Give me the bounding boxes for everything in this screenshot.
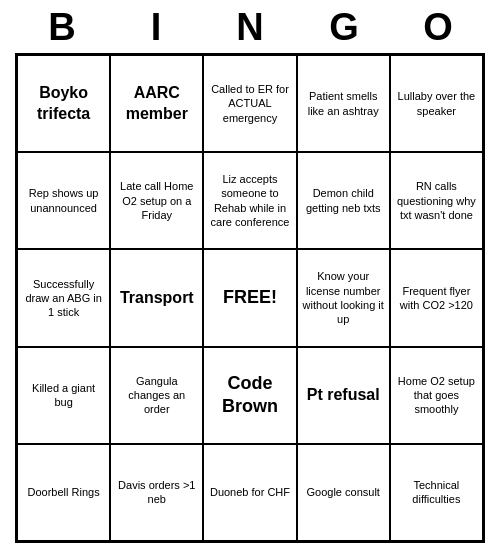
- cell-2-3: Know your license number without looking…: [297, 249, 390, 346]
- cell-1-0: Rep shows up unannounced: [17, 152, 110, 249]
- cell-0-3: Patient smells like an ashtray: [297, 55, 390, 152]
- cell-3-0: Killed a giant bug: [17, 347, 110, 444]
- cell-4-3: Google consult: [297, 444, 390, 541]
- title-letter: B: [24, 6, 100, 49]
- cell-2-0: Successfully draw an ABG in 1 stick: [17, 249, 110, 346]
- cell-0-0: Boyko trifecta: [17, 55, 110, 152]
- cell-3-4: Home O2 setup that goes smoothly: [390, 347, 483, 444]
- bingo-title: BINGO: [15, 0, 485, 53]
- cell-0-2: Called to ER for ACTUAL emergency: [203, 55, 296, 152]
- cell-2-2: FREE!: [203, 249, 296, 346]
- title-letter: N: [212, 6, 288, 49]
- title-letter: O: [400, 6, 476, 49]
- title-letter: I: [118, 6, 194, 49]
- cell-3-2: Code Brown: [203, 347, 296, 444]
- cell-3-1: Gangula changes an order: [110, 347, 203, 444]
- cell-3-3: Pt refusal: [297, 347, 390, 444]
- cell-1-1: Late call Home O2 setup on a Friday: [110, 152, 203, 249]
- cell-4-2: Duoneb for CHF: [203, 444, 296, 541]
- title-letter: G: [306, 6, 382, 49]
- cell-4-1: Davis orders >1 neb: [110, 444, 203, 541]
- cell-0-4: Lullaby over the speaker: [390, 55, 483, 152]
- cell-1-3: Demon child getting neb txts: [297, 152, 390, 249]
- bingo-grid: Boyko trifectaAARC memberCalled to ER fo…: [15, 53, 485, 543]
- cell-0-1: AARC member: [110, 55, 203, 152]
- cell-2-1: Transport: [110, 249, 203, 346]
- cell-1-4: RN calls questioning why txt wasn't done: [390, 152, 483, 249]
- cell-4-4: Technical difficulties: [390, 444, 483, 541]
- cell-2-4: Frequent flyer with CO2 >120: [390, 249, 483, 346]
- cell-4-0: Doorbell Rings: [17, 444, 110, 541]
- cell-1-2: Liz accepts someone to Rehab while in ca…: [203, 152, 296, 249]
